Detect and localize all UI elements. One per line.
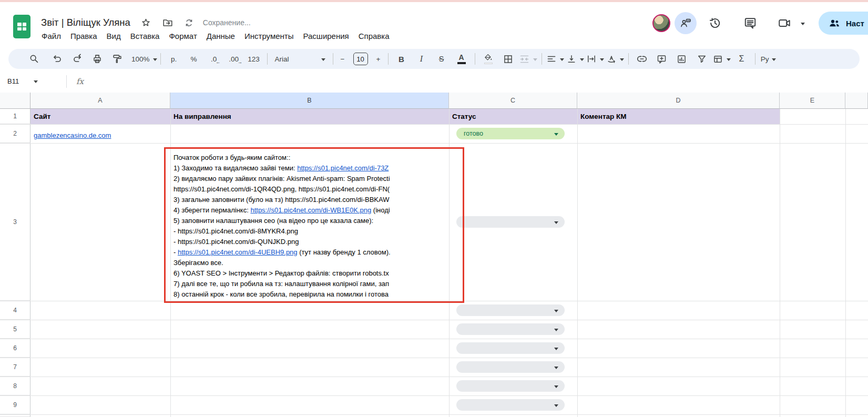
formula-bar: B11 fx bbox=[0, 70, 868, 93]
increase-font-size-button[interactable]: + bbox=[372, 51, 385, 67]
currency-format-button[interactable]: р. bbox=[164, 51, 184, 67]
toolbar-divider bbox=[755, 53, 755, 65]
menu-item-6[interactable]: Данные bbox=[202, 30, 240, 42]
gridline-horizontal bbox=[0, 414, 868, 415]
zoom-select[interactable]: 100% bbox=[131, 51, 157, 67]
status-chip-row-8[interactable] bbox=[456, 380, 565, 392]
increase-decimals-button[interactable]: .00→ bbox=[224, 51, 244, 67]
google-sheets-window: Звіт | Віліщук Уляна Сохранение... ФайлП… bbox=[0, 0, 868, 417]
percent-format-button[interactable]: % bbox=[184, 51, 204, 67]
status-chip-caret-icon bbox=[554, 329, 558, 331]
text-wrap-button[interactable] bbox=[585, 51, 605, 67]
row-header-6[interactable]: 6 bbox=[0, 339, 30, 358]
text-rotation-button[interactable] bbox=[605, 51, 625, 67]
star-icon[interactable] bbox=[140, 17, 152, 28]
comments-icon[interactable] bbox=[743, 16, 757, 30]
status-chip-row-4[interactable] bbox=[456, 304, 565, 316]
status-chip-row-6[interactable] bbox=[456, 342, 565, 354]
share-button-label: Наст bbox=[846, 19, 864, 28]
row-header-3[interactable]: 3 bbox=[0, 143, 30, 301]
share-people-icon bbox=[828, 17, 841, 29]
row-header-8[interactable]: 8 bbox=[0, 377, 30, 395]
font-select[interactable]: Arial bbox=[271, 51, 330, 67]
document-title[interactable]: Звіт | Віліщук Уляна bbox=[41, 17, 130, 28]
saving-status[interactable]: Сохранение... bbox=[203, 18, 251, 27]
row-header-4[interactable]: 4 bbox=[0, 301, 30, 320]
text-rotation-caret-icon bbox=[620, 58, 624, 61]
move-folder-icon[interactable] bbox=[162, 17, 173, 28]
avatar[interactable] bbox=[652, 14, 670, 32]
insert-chart-button[interactable] bbox=[672, 51, 692, 67]
horizontal-align-button[interactable] bbox=[545, 51, 565, 67]
header-cell-c[interactable]: Статус bbox=[452, 109, 476, 124]
column-header-A[interactable]: A bbox=[30, 93, 170, 109]
bold-button[interactable]: B bbox=[392, 51, 412, 67]
column-header-C[interactable]: C bbox=[449, 93, 577, 109]
table-views-button[interactable] bbox=[712, 51, 732, 67]
status-chip-label: готово bbox=[464, 130, 483, 137]
contacts-chat-icon[interactable] bbox=[675, 12, 697, 34]
share-button[interactable]: Наст bbox=[819, 12, 868, 35]
functions-button[interactable]: Σ bbox=[732, 51, 752, 67]
menu-item-3[interactable]: Вид bbox=[102, 30, 126, 42]
site-link-cell[interactable]: gamblezencasino.de.com bbox=[34, 131, 111, 139]
status-chip-row-7[interactable] bbox=[456, 361, 565, 373]
status-chip-row-2[interactable]: готово bbox=[456, 128, 565, 139]
vertical-align-button[interactable] bbox=[565, 51, 585, 67]
status-chip-caret-icon bbox=[554, 348, 558, 350]
strikethrough-button[interactable]: S bbox=[432, 51, 452, 67]
history-icon[interactable] bbox=[708, 16, 722, 30]
decrease-decimals-button[interactable]: .0← bbox=[204, 51, 224, 67]
header-cell-a[interactable]: Сайт bbox=[34, 109, 50, 124]
menu-item-1[interactable]: Файл bbox=[37, 30, 66, 42]
more-formats-button[interactable]: 123 bbox=[244, 51, 264, 67]
borders-button[interactable] bbox=[498, 51, 518, 67]
column-header-E[interactable]: E bbox=[780, 93, 845, 109]
menu-item-7[interactable]: Инструменты bbox=[240, 30, 299, 42]
menu-item-8[interactable]: Расширения bbox=[299, 30, 354, 42]
undo-button[interactable] bbox=[47, 51, 67, 67]
column-header-D[interactable]: D bbox=[577, 93, 780, 109]
video-call-caret-icon[interactable] bbox=[801, 23, 805, 25]
insert-comment-button[interactable] bbox=[652, 51, 672, 67]
menu-item-9[interactable]: Справка bbox=[354, 30, 394, 42]
menu-item-4[interactable]: Вставка bbox=[126, 30, 165, 42]
menu-item-2[interactable]: Правка bbox=[66, 30, 102, 42]
paint-format-button[interactable] bbox=[107, 51, 127, 67]
formula-bar-divider bbox=[66, 75, 67, 88]
text-color-button[interactable]: A bbox=[452, 51, 472, 67]
select-all-corner[interactable] bbox=[0, 93, 30, 109]
video-call-icon[interactable] bbox=[778, 16, 791, 30]
status-chip-row-5[interactable] bbox=[456, 323, 565, 335]
search-icon[interactable] bbox=[24, 51, 44, 67]
row-header-9[interactable]: 9 bbox=[0, 395, 30, 414]
redo-button[interactable] bbox=[67, 51, 87, 67]
font-size-input[interactable]: 10 bbox=[353, 53, 368, 65]
row-header-1[interactable]: 1 bbox=[0, 109, 30, 124]
row-header-7[interactable]: 7 bbox=[0, 358, 30, 377]
horizontal-align-caret-icon bbox=[560, 58, 564, 61]
fill-color-button[interactable] bbox=[478, 51, 498, 67]
print-button[interactable] bbox=[87, 51, 107, 67]
row-header-2[interactable]: 2 bbox=[0, 124, 30, 143]
column-header-B[interactable]: B bbox=[170, 93, 449, 109]
decrease-font-size-button[interactable]: − bbox=[336, 51, 349, 67]
status-chip-caret-icon bbox=[554, 404, 558, 407]
header-cell-d[interactable]: Коментар КМ bbox=[580, 109, 627, 124]
menu-item-5[interactable]: Формат bbox=[164, 30, 201, 42]
column-header-partial[interactable] bbox=[845, 93, 868, 109]
insert-link-button[interactable] bbox=[632, 51, 652, 67]
name-box[interactable]: B11 bbox=[0, 77, 66, 85]
status-chip-caret-icon bbox=[554, 133, 558, 136]
input-tools-button[interactable]: Ру bbox=[759, 51, 779, 67]
sheets-logo-icon[interactable] bbox=[13, 15, 30, 38]
status-chip-row-3[interactable] bbox=[456, 216, 565, 228]
row-header-5[interactable]: 5 bbox=[0, 320, 30, 339]
merge-cells-button[interactable] bbox=[518, 51, 538, 67]
italic-button[interactable]: I bbox=[412, 51, 432, 67]
status-chip-row-9[interactable] bbox=[456, 399, 565, 411]
header-cell-b[interactable]: На виправлення bbox=[173, 109, 231, 124]
create-filter-button[interactable] bbox=[692, 51, 712, 67]
zoom-caret-icon bbox=[153, 58, 157, 61]
gridline-vertical bbox=[780, 109, 780, 417]
